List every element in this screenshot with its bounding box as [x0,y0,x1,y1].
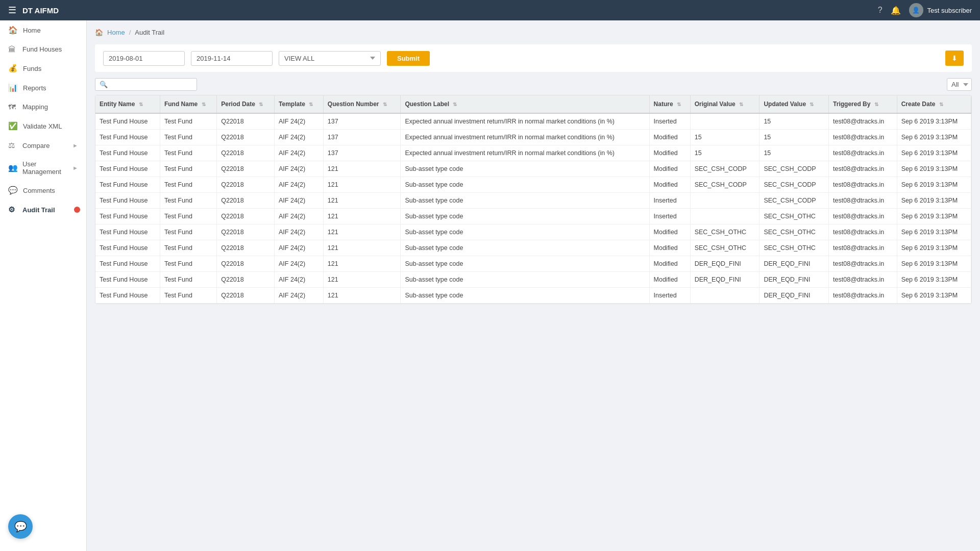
sidebar-item-label: Funds [23,65,41,72]
cell-original-value: SEC_CSH_CODP [690,161,760,177]
breadcrumb: 🏠 Home / Audit Trail [95,29,972,36]
cell-updated-value: SEC_CSH_OTHC [760,240,829,256]
cell-nature: Modified [649,130,690,145]
cell-updated-value: 15 [760,130,829,145]
view-all-select[interactable]: VIEW ALL [279,51,381,66]
cell-period-date: Q22018 [217,130,275,145]
cell-original-value [690,209,760,224]
th-question-number[interactable]: Question Number ⇅ [323,95,401,113]
cell-nature: Inserted [649,193,690,209]
date-from-input[interactable] [103,51,185,66]
cell-template: AIF 24(2) [275,256,324,272]
sidebar-arrow-icon: ► [72,165,78,171]
cell-updated-value: 15 [760,145,829,161]
sidebar-item-reports[interactable]: 📊 Reports [0,78,86,97]
sidebar-item-mapping[interactable]: 🗺 Mapping [0,97,86,116]
sidebar-item-label: Reports [23,84,46,92]
cell-original-value: SEC_CSH_OTHC [690,224,760,240]
cell-question-number: 121 [323,256,401,272]
cell-create-date: Sep 6 2019 3:13PM [897,209,971,224]
table-row: Test Fund HouseTest FundQ22018AIF 24(2)1… [95,224,971,240]
cell-create-date: Sep 6 2019 3:13PM [897,272,971,288]
cell-fund-name: Test Fund [160,224,216,240]
cell-entity-name: Test Fund House [95,209,160,224]
th-question-label[interactable]: Question Label ⇅ [401,95,649,113]
date-to-input[interactable] [191,51,273,66]
sidebar-item-label: Compare [22,142,50,149]
cell-question-number: 121 [323,177,401,193]
cell-question-number: 137 [323,145,401,161]
table-row: Test Fund HouseTest FundQ22018AIF 24(2)1… [95,177,971,193]
search-input-wrap: 🔍 [95,78,197,91]
th-create-date[interactable]: Create Date ⇅ [897,95,971,113]
th-period-date[interactable]: Period Date ⇅ [217,95,275,113]
cell-create-date: Sep 6 2019 3:13PM [897,224,971,240]
th-triggered-by[interactable]: Triggered By ⇅ [829,95,897,113]
help-icon[interactable]: ? [878,6,883,15]
cell-question-label: Sub-asset type code [401,177,649,193]
cell-entity-name: Test Fund House [95,145,160,161]
search-bar: 🔍 All [95,78,972,91]
sidebar-item-compare[interactable]: ⚖ Compare ► [0,136,86,155]
cell-nature: Inserted [649,288,690,304]
cell-triggered-by: test08@dtracks.in [829,193,897,209]
sort-icon: ⇅ [453,102,457,107]
cell-entity-name: Test Fund House [95,113,160,130]
filter-bar: VIEW ALL Submit ⬇ [95,44,972,72]
filter-select[interactable]: All [947,78,972,91]
cell-question-number: 137 [323,130,401,145]
submit-button[interactable]: Submit [387,51,430,66]
sidebar-item-funds[interactable]: 💰 Funds [0,59,86,78]
cell-period-date: Q22018 [217,145,275,161]
sidebar-item-validate-xml[interactable]: ✅ Validate XML [0,116,86,136]
table-row: Test Fund HouseTest FundQ22018AIF 24(2)1… [95,130,971,145]
bell-icon[interactable]: 🔔 [891,6,901,15]
cell-fund-name: Test Fund [160,161,216,177]
compare-icon: ⚖ [8,141,17,150]
sidebar-item-audit-trail[interactable]: ⚙ Audit Trail [0,200,86,219]
breadcrumb-home[interactable]: Home [107,29,125,36]
sidebar-item-label: User Management [22,160,67,176]
cell-question-label: Sub-asset type code [401,288,649,304]
sidebar-item-comments[interactable]: 💬 Comments [0,181,86,200]
sidebar-badge [74,207,80,213]
th-original-value[interactable]: Original Value ⇅ [690,95,760,113]
th-fund-name[interactable]: Fund Name ⇅ [160,95,216,113]
cell-period-date: Q22018 [217,240,275,256]
sort-icon: ⇅ [202,102,206,107]
hamburger-icon[interactable]: ☰ [8,5,16,16]
reports-icon: 📊 [8,83,18,92]
sidebar-item-home[interactable]: 🏠 Home [0,20,86,40]
cell-updated-value: SEC_CSH_CODP [760,193,829,209]
sort-icon: ⇅ [677,102,681,107]
cell-fund-name: Test Fund [160,177,216,193]
sort-icon: ⇅ [259,102,263,107]
th-nature[interactable]: Nature ⇅ [649,95,690,113]
search-input[interactable] [110,81,192,88]
cell-updated-value: DER_EQD_FINI [760,256,829,272]
cell-nature: Modified [649,240,690,256]
cell-updated-value: DER_EQD_FINI [760,272,829,288]
chat-button[interactable]: 💬 [8,514,33,539]
cell-create-date: Sep 6 2019 3:13PM [897,130,971,145]
th-updated-value[interactable]: Updated Value ⇅ [760,95,829,113]
sidebar-item-fund-houses[interactable]: 🏛 Fund Houses [0,40,86,59]
cell-period-date: Q22018 [217,272,275,288]
th-entity-name[interactable]: Entity Name ⇅ [95,95,160,113]
cell-question-label: Expected annual investment return/IRR in… [401,145,649,161]
sidebar-item-user-management[interactable]: 👥 User Management ► [0,155,86,181]
audit-trail-icon: ⚙ [8,205,17,214]
th-template[interactable]: Template ⇅ [275,95,324,113]
cell-triggered-by: test08@dtracks.in [829,130,897,145]
top-navbar: ☰ DT AIFMD ? 🔔 👤 Test subscriber [0,0,980,20]
cell-fund-name: Test Fund [160,240,216,256]
cell-original-value: 15 [690,130,760,145]
cell-entity-name: Test Fund House [95,288,160,304]
cell-question-number: 121 [323,209,401,224]
cell-period-date: Q22018 [217,161,275,177]
cell-updated-value: SEC_CSH_OTHC [760,224,829,240]
cell-entity-name: Test Fund House [95,272,160,288]
cell-original-value: 15 [690,145,760,161]
download-button[interactable]: ⬇ [945,51,964,66]
fund-houses-icon: 🏛 [8,45,17,54]
